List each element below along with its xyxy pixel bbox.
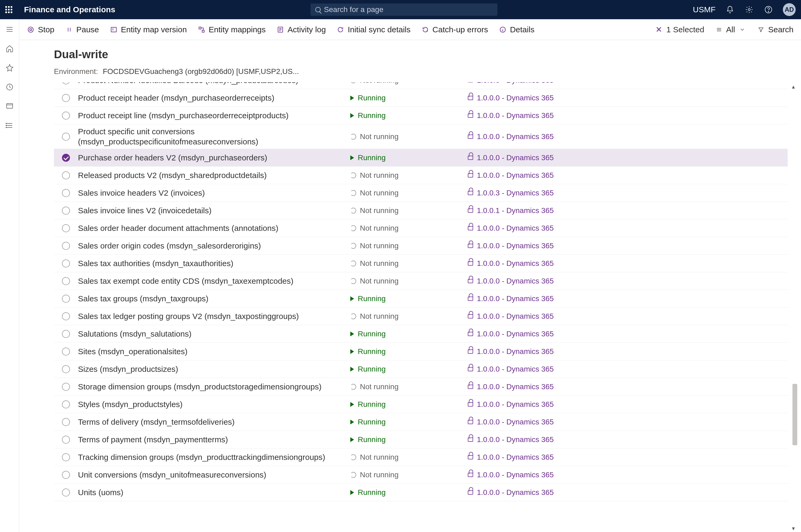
row-checkbox[interactable] [54,112,78,119]
stop-button[interactable]: Stop [27,25,55,34]
row-checkbox[interactable] [54,400,78,408]
table-row[interactable]: Tracking dimension groups (msdyn_product… [54,449,788,466]
filter-all-dropdown[interactable]: All [715,25,746,34]
table-row[interactable]: Sales invoice headers V2 (invoices)Not r… [54,184,788,202]
row-checkbox[interactable] [54,242,78,250]
table-row[interactable]: Terms of payment (msdyn_paymentterms)Run… [54,431,788,449]
initial-sync-button[interactable]: Initial sync details [337,25,411,34]
row-checkbox[interactable] [54,133,78,141]
table-row[interactable]: Product receipt header (msdyn_purchaseor… [54,89,788,107]
table-row[interactable]: Sales invoice lines V2 (invoicedetails)N… [54,202,788,220]
table-row[interactable]: Sites (msdyn_operationalsites)Running1.0… [54,343,788,360]
row-checkbox[interactable] [54,260,78,267]
table-row[interactable]: Sales tax exempt code entity CDS (msdyn_… [54,272,788,290]
version-cell[interactable]: 1.0.0.0 - Dynamics 365 [468,242,601,250]
search-button[interactable]: Search [757,25,794,34]
row-checkbox[interactable] [54,224,78,232]
workspaces-icon[interactable] [5,101,14,111]
legal-entity-picker[interactable]: USMF [693,5,716,14]
row-checkbox[interactable] [54,418,78,426]
scroll-up-icon[interactable]: ▴ [792,83,798,89]
pause-button[interactable]: Pause [65,25,99,34]
table-row[interactable]: Sales order origin codes (msdyn_salesord… [54,237,788,255]
version-cell[interactable]: 1.0.0.1 - Dynamics 365 [468,206,601,215]
row-checkbox[interactable] [54,189,78,197]
version-cell[interactable]: 1.0.0.0 - Dynamics 365 [468,471,601,479]
version-cell[interactable]: 1.0.0.0 - Dynamics 365 [468,418,601,426]
version-cell[interactable]: 1.0.0.0 - Dynamics 365 [468,94,601,102]
version-cell[interactable]: 1.0.0.0 - Dynamics 365 [468,453,601,461]
version-cell[interactable]: 1.0.0.0 - Dynamics 365 [468,224,601,232]
app-launcher-icon[interactable] [5,6,16,13]
version-cell[interactable]: 1.0.0.3 - Dynamics 365 [468,189,601,197]
table-row[interactable]: Storage dimension groups (msdyn_products… [54,378,788,396]
table-row[interactable]: Styles (msdyn_productstyles)Running1.0.0… [54,396,788,413]
table-row[interactable]: Sales tax ledger posting groups V2 (msdy… [54,307,788,325]
activity-log-button[interactable]: Activity log [276,25,326,34]
selection-count[interactable]: ✕ 1 Selected [655,25,704,34]
row-checkbox[interactable] [54,277,78,285]
settings-icon[interactable] [744,5,754,14]
row-checkbox[interactable] [54,347,78,356]
version-cell[interactable]: 1.0.0.0 - Dynamics 365 [468,294,601,303]
table-row[interactable]: Product Number Identified Barcode (msdyn… [54,82,788,89]
row-checkbox[interactable] [54,365,78,373]
row-checkbox[interactable] [54,489,78,496]
table-row[interactable]: Sizes (msdyn_productsizes)Running1.0.0.0… [54,360,788,378]
row-checkbox[interactable] [54,312,78,320]
version-cell[interactable]: 1.0.0.0 - Dynamics 365 [468,171,601,179]
row-checkbox[interactable] [54,330,78,338]
row-checkbox[interactable] [54,471,78,479]
catch-up-errors-button[interactable]: Catch-up errors [421,25,488,34]
global-search[interactable]: Search for a page [310,3,497,16]
row-checkbox[interactable] [54,171,78,179]
table-row[interactable]: Product specific unit conversions (msdyn… [54,125,788,149]
table-row[interactable]: Product receipt line (msdyn_purchaseorde… [54,107,788,125]
version-cell[interactable]: 1.0.0.0 - Dynamics 365 [468,259,601,268]
table-row[interactable]: Sales order header document attachments … [54,220,788,237]
row-checkbox[interactable] [54,207,78,215]
table-row[interactable]: Released products V2 (msdyn_sharedproduc… [54,167,788,184]
version-cell[interactable]: 1.0.0.0 - Dynamics 365 [468,365,601,374]
row-checkbox[interactable] [54,295,78,303]
modules-icon[interactable] [5,121,14,130]
version-cell[interactable]: 1.0.0.0 - Dynamics 365 [468,312,601,321]
row-checkbox[interactable] [54,82,78,84]
user-avatar[interactable]: AD [783,3,796,16]
version-cell[interactable]: 1.0.0.0 - Dynamics 365 [468,488,601,497]
table-row[interactable]: Sales tax groups (msdyn_taxgroups)Runnin… [54,290,788,307]
clear-selection-icon[interactable]: ✕ [655,25,662,34]
version-cell[interactable]: 1.0.0.0 - Dynamics 365 [468,435,601,444]
row-checkbox[interactable] [54,154,78,162]
scrollbar[interactable]: ▴ ▾ [792,82,798,532]
entity-map-version-button[interactable]: Entity map version [110,25,187,34]
version-cell[interactable]: 1.0.0.0 - Dynamics 365 [468,153,601,162]
table-row[interactable]: Salutations (msdyn_salutations)Running1.… [54,325,788,343]
row-checkbox[interactable] [54,453,78,461]
version-cell[interactable]: 1.0.0.0 - Dynamics 365 [468,330,601,338]
row-checkbox[interactable] [54,436,78,444]
table-row[interactable]: Terms of delivery (msdyn_termsofdeliveri… [54,413,788,431]
favorites-icon[interactable] [5,63,14,73]
version-cell[interactable]: 1.0.0.0 - Dynamics 365 [468,277,601,285]
entity-mappings-button[interactable]: Entity mappings [197,25,266,34]
table-row[interactable]: Sales tax authorities (msdyn_taxauthorit… [54,255,788,272]
version-cell[interactable]: 1.0.0.0 - Dynamics 365 [468,400,601,409]
table-row[interactable]: Purchase order headers V2 (msdyn_purchas… [54,149,788,167]
hamburger-icon[interactable] [5,24,14,34]
version-cell[interactable]: 1.0.0.0 - Dynamics 365 [468,382,601,391]
details-button[interactable]: Details [499,25,535,34]
recent-icon[interactable] [5,82,14,92]
version-cell[interactable]: 1.0.0.0 - Dynamics 365 [468,82,601,84]
home-icon[interactable] [5,44,14,53]
notifications-icon[interactable] [725,5,735,14]
help-icon[interactable] [764,5,773,14]
table-row[interactable]: Units (uoms)Running1.0.0.0 - Dynamics 36… [54,484,788,501]
version-cell[interactable]: 1.0.0.0 - Dynamics 365 [468,347,601,356]
version-cell[interactable]: 1.0.0.0 - Dynamics 365 [468,111,601,120]
row-checkbox[interactable] [54,383,78,391]
version-cell[interactable]: 1.0.0.0 - Dynamics 365 [468,132,601,141]
table-row[interactable]: Unit conversions (msdyn_unitofmeasurecon… [54,466,788,484]
row-checkbox[interactable] [54,94,78,102]
scroll-down-icon[interactable]: ▾ [792,525,798,531]
